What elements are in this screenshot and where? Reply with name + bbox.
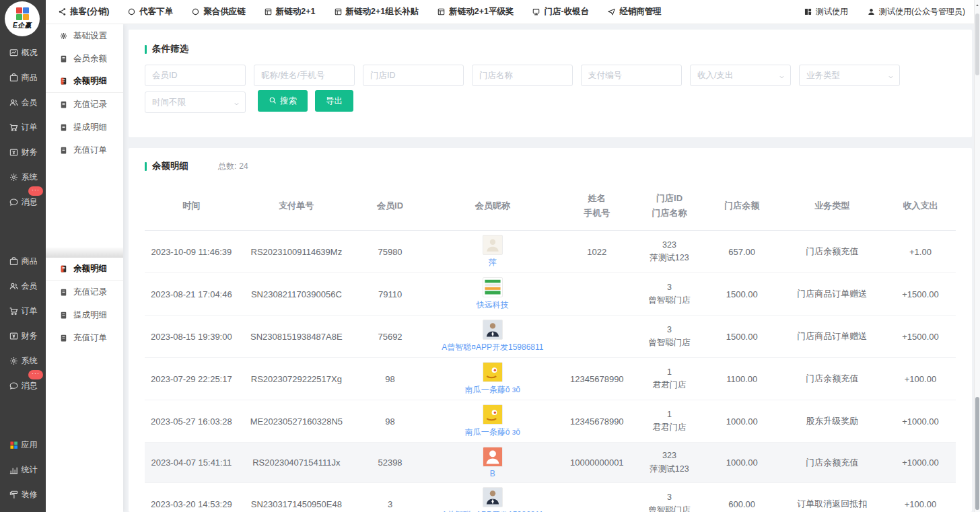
search-button[interactable]: 搜索 xyxy=(258,90,308,112)
sidebar-item-label: 会员 xyxy=(22,281,38,292)
income-expense-cell: +1000.00 xyxy=(885,416,956,427)
submenu-item[interactable]: 会员余额 xyxy=(46,47,123,70)
doc-icon xyxy=(59,123,68,132)
store-name-text: 萍测试123 xyxy=(634,252,705,264)
table-row: 2023-05-27 16:03:28 ME20230527160328N5 9… xyxy=(145,400,956,443)
sidebar-item[interactable]: 会员 xyxy=(0,274,46,299)
member-nickname-link[interactable]: 南瓜一条藤ǒ зǒ xyxy=(465,384,520,396)
top-nav-item[interactable]: 经销商管理 xyxy=(607,6,662,17)
sidebar-item-label: 应用 xyxy=(22,439,38,451)
submenu-item[interactable]: 基础设置 xyxy=(46,24,123,47)
sidebar-item[interactable]: 财务 xyxy=(0,324,46,349)
column-header: 收入支出 xyxy=(885,198,956,213)
store-id-input[interactable] xyxy=(363,65,464,86)
top-nav-item[interactable]: 门店-收银台 xyxy=(532,6,589,17)
sidebar-item[interactable]: 应用 xyxy=(0,433,46,458)
topbar-account-item[interactable]: 测试使用 xyxy=(804,6,848,17)
member-id-cell: 52398 xyxy=(355,458,425,468)
store-cell: 1 君君门店 xyxy=(634,366,705,392)
nickname-name-phone-input[interactable] xyxy=(254,65,355,86)
avatar[interactable] xyxy=(483,277,503,297)
member-nickname-link[interactable]: B xyxy=(490,469,495,478)
page-scrollbar[interactable] xyxy=(974,0,980,512)
submenu-item[interactable]: 余额明细 xyxy=(46,258,123,281)
store-balance-cell: 1500.00 xyxy=(705,332,779,342)
sidebar-item[interactable]: 商品 xyxy=(0,249,46,274)
income-expense-select[interactable] xyxy=(690,65,791,86)
submenu-item[interactable]: 充值订单 xyxy=(46,139,123,161)
scrollbar-thumb[interactable] xyxy=(975,13,979,75)
sidebar-item[interactable]: 统计 xyxy=(0,458,46,482)
submenu-item[interactable]: 余额明细 xyxy=(46,70,123,93)
avatar[interactable] xyxy=(483,404,503,425)
avatar[interactable] xyxy=(483,362,503,382)
sidebar-item[interactable]: 装修 xyxy=(0,482,46,507)
submenu-item[interactable]: 提成明细 xyxy=(46,116,123,139)
store-id-text: 3 xyxy=(634,324,705,336)
order-icon xyxy=(9,122,19,133)
table-row: 2023-03-20 14:53:29 SN2303171450950E48 3… xyxy=(145,483,956,512)
income-expense-cell: +1000.00 xyxy=(885,458,956,468)
topbar-account-item[interactable]: 测试使用(公众号管理员) xyxy=(867,6,965,17)
top-nav-item[interactable]: 聚合供应链 xyxy=(191,6,246,17)
store-balance-cell: 1000.00 xyxy=(705,458,779,468)
member-id-input[interactable] xyxy=(145,65,246,86)
submenu-item[interactable]: 充值记录 xyxy=(46,93,123,116)
submenu-item[interactable]: 充值订单 xyxy=(46,326,123,349)
store-balance-cell: 1100.00 xyxy=(705,374,779,384)
top-nav-item-label: 经销商管理 xyxy=(619,6,662,17)
name-phone-cell: 12345678990 xyxy=(560,374,634,384)
member-nickname-link[interactable]: A曾智聪¤APP开发15986811 xyxy=(442,509,543,512)
total-label: 总数: xyxy=(218,161,236,171)
sidebar-item[interactable]: 会员 xyxy=(0,90,46,115)
sidebar-item[interactable]: 财务 xyxy=(0,140,46,165)
message-icon xyxy=(9,381,19,391)
top-nav-item-label: 新链动2+1 xyxy=(276,6,316,17)
member-nickname-link[interactable]: A曾智聪¤APP开发15986811 xyxy=(442,342,543,353)
submenu-panel-bottom: 余额明细 充值记录 提成明细 充值订单 xyxy=(46,258,123,349)
circle-icon xyxy=(191,7,200,16)
payment-no-input[interactable] xyxy=(581,65,682,86)
sidebar-item[interactable]: 订单 xyxy=(0,115,46,140)
submenu-item-label: 提成明细 xyxy=(73,309,107,321)
submenu-item-label: 余额明细 xyxy=(73,263,107,275)
table-header-row: 时间 支付单号 会员ID 会员昵称 姓名 手机号 门店ID 门店名称 门店余额 … xyxy=(145,184,956,231)
time-range-select[interactable] xyxy=(145,92,246,113)
sidebar-item[interactable]: 概况 xyxy=(0,40,46,65)
store-name-text: 曾智聪门店 xyxy=(634,336,705,349)
export-button[interactable]: 导出 xyxy=(315,90,353,112)
sidebar-item[interactable]: 消息 ··· xyxy=(0,190,46,215)
store-name-text: 曾智聪门店 xyxy=(634,504,705,512)
member-nickname-link[interactable]: 快远科技 xyxy=(477,299,509,311)
avatar[interactable] xyxy=(483,320,503,340)
top-nav-item[interactable]: 新链动2+1 xyxy=(264,6,316,17)
store-name-input[interactable] xyxy=(472,65,573,86)
avatar[interactable] xyxy=(483,447,503,467)
column-header: 门店ID 门店名称 xyxy=(634,191,705,221)
top-nav-item[interactable]: 推客(分销) xyxy=(58,6,109,17)
business-type-select[interactable] xyxy=(799,65,900,86)
column-header: 业务类型 xyxy=(779,198,885,213)
business-type-cell: 订单取消返回抵扣 xyxy=(779,498,885,510)
member-nickname-link[interactable]: 南瓜一条藤ǒ зǒ xyxy=(465,427,520,438)
table-title-text: 余额明细 xyxy=(152,160,188,172)
sidebar-item[interactable]: 商品 xyxy=(0,65,46,90)
app-logo[interactable]: E企赢 xyxy=(5,1,40,36)
top-nav-item[interactable]: 新链动2+1平级奖 xyxy=(437,6,514,17)
message-badge: ··· xyxy=(28,186,43,196)
submenu-item[interactable]: 充值记录 xyxy=(46,281,123,303)
scrollbar-thumb[interactable] xyxy=(975,397,979,510)
member-nickname-link[interactable]: 萍 xyxy=(489,257,497,268)
top-nav-item[interactable]: 新链动2+1组长补贴 xyxy=(334,6,419,17)
submenu-item[interactable]: 提成明细 xyxy=(46,303,123,326)
user-icon xyxy=(867,7,876,16)
sidebar-item[interactable]: 订单 xyxy=(0,299,46,324)
scrollbar-up-arrow[interactable] xyxy=(975,0,980,10)
avatar[interactable] xyxy=(483,487,503,507)
avatar[interactable] xyxy=(483,235,503,255)
sidebar-item-label: 财务 xyxy=(22,330,38,342)
table-row: 2023-07-29 22:25:17 RS20230729222517Xg 9… xyxy=(145,358,956,400)
title-accent-bar xyxy=(145,45,147,54)
top-nav-item[interactable]: 代客下单 xyxy=(127,6,173,17)
sidebar-item[interactable]: 消息 ··· xyxy=(0,373,46,398)
